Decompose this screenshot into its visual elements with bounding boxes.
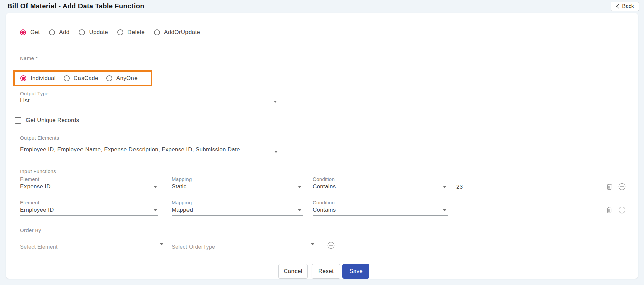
radio-anyone-label: AnyOne (116, 75, 138, 82)
element-value-row1[interactable]: Expense ID (20, 183, 51, 190)
get-unique-records-label: Get Unique Records (26, 117, 79, 124)
mapping-value-row2[interactable]: Mapped (172, 207, 193, 213)
condition-chevron-down-icon-row2[interactable] (443, 209, 446, 211)
mapping-select-row1[interactable] (172, 194, 303, 194)
radio-anyone[interactable]: AnyOne (106, 75, 138, 82)
radio-unselected-icon (49, 29, 55, 35)
radio-add[interactable]: Add (49, 29, 69, 36)
form-card: Get Add Update Delete AddOrUpdate Name * (6, 13, 638, 279)
page: Bill Of Material - Add Data Table Functi… (0, 0, 644, 285)
output-elements-value[interactable]: Employee ID, Employee Name, Expense Desc… (20, 146, 240, 153)
mapping-chevron-down-icon-row2[interactable] (298, 209, 301, 211)
radio-get[interactable]: Get (20, 29, 40, 36)
order-by-element-select[interactable] (20, 253, 165, 253)
output-type-chevron-down-icon[interactable] (274, 101, 277, 103)
value-input-row1[interactable]: 23 (456, 184, 463, 190)
condition-value-row1[interactable]: Contains (313, 183, 336, 190)
radio-addorupdate[interactable]: AddOrUpdate (154, 29, 200, 36)
order-by-ordertype-chevron-down-icon[interactable] (311, 243, 314, 245)
input-functions-label: Input Functions (20, 168, 56, 174)
add-orderby-button[interactable] (327, 241, 335, 250)
order-by-ordertype-select[interactable] (172, 253, 316, 253)
name-field-label: Name * (20, 55, 38, 61)
delete-row-button-row1[interactable] (605, 183, 613, 191)
save-button[interactable]: Save (342, 264, 369, 279)
get-unique-records-checkbox[interactable]: Get Unique Records (15, 117, 79, 124)
radio-delete-label: Delete (127, 29, 145, 36)
operation-radio-group: Get Add Update Delete AddOrUpdate (20, 29, 200, 36)
mapping-chevron-down-icon-row1[interactable] (298, 186, 301, 188)
radio-unselected-icon (79, 29, 85, 35)
radio-add-label: Add (59, 29, 69, 36)
condition-chevron-down-icon-row1[interactable] (443, 186, 446, 188)
radio-selected-icon (20, 29, 26, 35)
mapping-label-row2: Mapping (172, 200, 192, 205)
mode-radio-group: Individual CasCade AnyOne (20, 75, 138, 82)
add-row-button-row2[interactable] (618, 206, 626, 214)
output-elements-chevron-down-icon[interactable] (274, 151, 278, 153)
radio-unselected-icon (106, 75, 112, 81)
name-input[interactable] (20, 64, 280, 64)
cancel-button[interactable]: Cancel (278, 264, 308, 279)
radio-cascade[interactable]: CasCade (64, 75, 98, 82)
radio-addorupdate-label: AddOrUpdate (164, 29, 200, 36)
back-button[interactable]: Back (611, 2, 639, 11)
condition-value-row2[interactable]: Contains (313, 207, 336, 213)
radio-selected-icon (20, 75, 26, 81)
order-by-label: Order By (20, 227, 41, 233)
element-chevron-down-icon-row1[interactable] (154, 186, 157, 188)
plus-circle-icon (618, 183, 626, 190)
mapping-select-row2[interactable] (172, 215, 303, 216)
condition-select-row2[interactable] (313, 215, 448, 216)
element-label-row2: Element (20, 200, 39, 205)
element-chevron-down-icon-row2[interactable] (154, 209, 157, 211)
trash-icon (606, 206, 613, 214)
mode-radio-highlight-box: Individual CasCade AnyOne (13, 70, 152, 86)
delete-row-button-row2[interactable] (605, 206, 613, 214)
radio-update-label: Update (89, 29, 108, 36)
mapping-label-row1: Mapping (172, 176, 192, 182)
element-select-row2[interactable] (20, 215, 158, 216)
output-type-value[interactable]: List (20, 97, 30, 104)
page-title: Bill Of Material - Add Data Table Functi… (7, 2, 144, 10)
element-label-row1: Element (20, 176, 39, 182)
condition-select-row1[interactable] (313, 194, 448, 194)
order-by-ordertype-placeholder[interactable]: Select OrderType (172, 244, 215, 250)
radio-individual[interactable]: Individual (20, 75, 56, 82)
condition-label-row1: Condition (313, 176, 335, 182)
element-value-row2[interactable]: Employee ID (20, 207, 54, 213)
output-type-select[interactable] (20, 109, 280, 109)
radio-cascade-label: CasCade (74, 75, 98, 82)
reset-button[interactable]: Reset (312, 264, 340, 279)
order-by-element-chevron-down-icon[interactable] (160, 243, 163, 245)
radio-update[interactable]: Update (79, 29, 108, 36)
trash-icon (606, 183, 613, 190)
radio-unselected-icon (64, 75, 70, 81)
element-select-row1[interactable] (20, 194, 158, 194)
output-elements-select[interactable] (20, 158, 280, 158)
back-button-label: Back (622, 3, 634, 9)
order-by-element-placeholder[interactable]: Select Element (20, 244, 58, 250)
value-input-underline-row1[interactable] (456, 194, 593, 194)
condition-label-row2: Condition (313, 200, 335, 205)
radio-unselected-icon (154, 29, 160, 35)
plus-circle-icon (327, 242, 335, 249)
radio-individual-label: Individual (31, 75, 56, 82)
output-type-label: Output Type (20, 91, 49, 96)
radio-unselected-icon (117, 29, 123, 35)
output-elements-label: Output Elements (20, 135, 59, 141)
radio-get-label: Get (30, 29, 40, 36)
checkbox-unchecked-icon (15, 117, 21, 124)
chevron-left-icon (616, 4, 620, 9)
radio-delete[interactable]: Delete (117, 29, 145, 36)
add-row-button-row1[interactable] (618, 183, 626, 191)
plus-circle-icon (618, 206, 626, 214)
mapping-value-row1[interactable]: Static (172, 183, 186, 190)
